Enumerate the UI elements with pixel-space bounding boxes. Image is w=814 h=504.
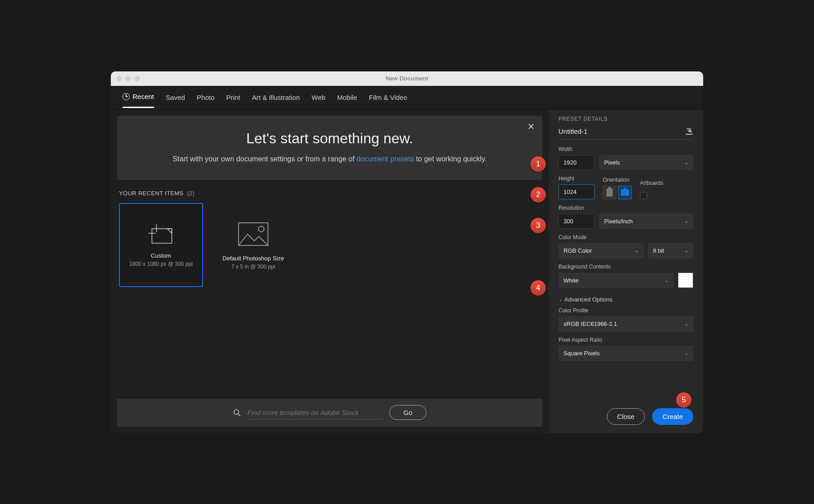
new-document-window: New Document Recent Saved Photo Print Ar… xyxy=(111,71,703,433)
orientation-portrait-button[interactable] xyxy=(603,186,616,199)
search-icon xyxy=(233,409,241,417)
category-tabs: Recent Saved Photo Print Art & Illustrat… xyxy=(111,86,703,109)
svg-point-5 xyxy=(234,410,239,415)
color-mode-label: Color Mode xyxy=(558,234,693,240)
preset-name: Default Photoshop Size xyxy=(222,255,284,262)
artboards-label: Artboards xyxy=(640,180,663,186)
pixel-aspect-select[interactable]: Square Pixels⌄ xyxy=(558,346,693,361)
chevron-down-icon: ⌄ xyxy=(684,350,688,356)
tab-web[interactable]: Web xyxy=(312,87,326,108)
custom-preset-icon xyxy=(147,223,175,245)
width-label: Width xyxy=(558,146,693,152)
close-button[interactable]: Close xyxy=(607,408,645,425)
bg-color-swatch[interactable] xyxy=(678,273,693,288)
titlebar: New Document xyxy=(111,71,703,86)
tab-recent[interactable]: Recent xyxy=(123,86,154,108)
width-unit-select[interactable]: Pixels⌄ xyxy=(599,155,693,170)
preset-dimensions: 1800 x 1080 px @ 300 ppi xyxy=(129,261,193,267)
height-input[interactable] xyxy=(558,184,595,199)
orientation-label: Orientation xyxy=(603,177,632,183)
image-preset-icon xyxy=(235,221,271,248)
go-button[interactable]: Go xyxy=(389,405,426,420)
chevron-down-icon: ⌄ xyxy=(634,248,639,254)
document-presets-link[interactable]: document presets xyxy=(356,155,414,163)
advanced-options-toggle[interactable]: ⌄Advanced Options xyxy=(558,296,693,303)
stock-search-input[interactable] xyxy=(247,406,383,419)
recent-items-heading: YOUR RECENT ITEMS (2) xyxy=(119,190,542,197)
color-mode-select[interactable]: RGB Color⌄ xyxy=(558,243,644,258)
color-profile-label: Color Profile xyxy=(558,307,693,314)
hero-title: Let's start something new. xyxy=(135,130,524,147)
tab-saved[interactable]: Saved xyxy=(166,87,185,108)
chevron-down-icon: ⌄ xyxy=(684,160,688,165)
close-icon[interactable]: ✕ xyxy=(527,122,535,131)
svg-point-4 xyxy=(258,226,264,232)
chevron-down-icon: ⌄ xyxy=(664,278,668,283)
preset-name: Custom xyxy=(151,252,171,259)
save-preset-icon[interactable] xyxy=(685,127,693,136)
color-profile-select[interactable]: sRGB IEC61966-2.1⌄ xyxy=(558,316,693,331)
tab-art-illustration[interactable]: Art & Illustration xyxy=(252,87,300,108)
stock-search-bar: Go xyxy=(117,399,542,427)
tab-print[interactable]: Print xyxy=(226,87,240,108)
tab-film-video[interactable]: Film & Video xyxy=(369,87,407,108)
callout-4: 4 xyxy=(530,280,546,296)
callout-3: 3 xyxy=(530,218,546,233)
hero-banner: ✕ Let's start something new. Start with … xyxy=(117,116,542,180)
preset-details-title: PRESET DETAILS xyxy=(558,116,693,122)
chevron-down-icon: ⌄ xyxy=(684,321,688,327)
preset-dimensions: 7 x 5 in @ 300 ppi xyxy=(232,264,275,270)
preset-details-panel: 1 2 3 4 5 PRESET DETAILS Width Pixels⌄ H… xyxy=(549,109,703,433)
preset-default-photoshop[interactable]: Default Photoshop Size 7 x 5 in @ 300 pp… xyxy=(211,203,295,287)
chevron-down-icon: ⌄ xyxy=(684,248,688,254)
svg-line-6 xyxy=(238,414,240,416)
resolution-input[interactable] xyxy=(558,214,595,229)
preset-custom[interactable]: Custom 1800 x 1080 px @ 300 ppi xyxy=(119,203,203,287)
hero-subtitle: Start with your own document settings or… xyxy=(135,153,524,165)
artboards-checkbox[interactable] xyxy=(640,192,647,199)
svg-rect-0 xyxy=(152,229,172,243)
clock-icon xyxy=(123,93,130,100)
callout-5: 5 xyxy=(676,392,691,408)
callout-2: 2 xyxy=(530,187,546,203)
pixel-aspect-label: Pixel Aspect Ratio xyxy=(558,337,693,343)
width-input[interactable] xyxy=(558,155,595,170)
resolution-label: Resolution xyxy=(558,205,693,211)
callout-1: 1 xyxy=(530,156,546,172)
bit-depth-select[interactable]: 8 bit⌄ xyxy=(648,243,693,258)
create-button[interactable]: Create xyxy=(652,408,693,425)
document-name-input[interactable] xyxy=(558,127,685,135)
resolution-unit-select[interactable]: Pixels/Inch⌄ xyxy=(599,214,693,229)
chevron-down-icon: ⌄ xyxy=(684,218,688,224)
window-title: New Document xyxy=(111,75,703,82)
tab-mobile[interactable]: Mobile xyxy=(337,87,357,108)
bg-contents-select[interactable]: White⌄ xyxy=(558,273,673,288)
tab-photo[interactable]: Photo xyxy=(197,87,214,108)
svg-rect-3 xyxy=(239,223,268,245)
bg-contents-label: Background Contents xyxy=(558,264,693,270)
orientation-landscape-button[interactable] xyxy=(618,186,632,199)
height-label: Height xyxy=(558,175,595,182)
chevron-down-icon: ⌄ xyxy=(558,297,563,302)
